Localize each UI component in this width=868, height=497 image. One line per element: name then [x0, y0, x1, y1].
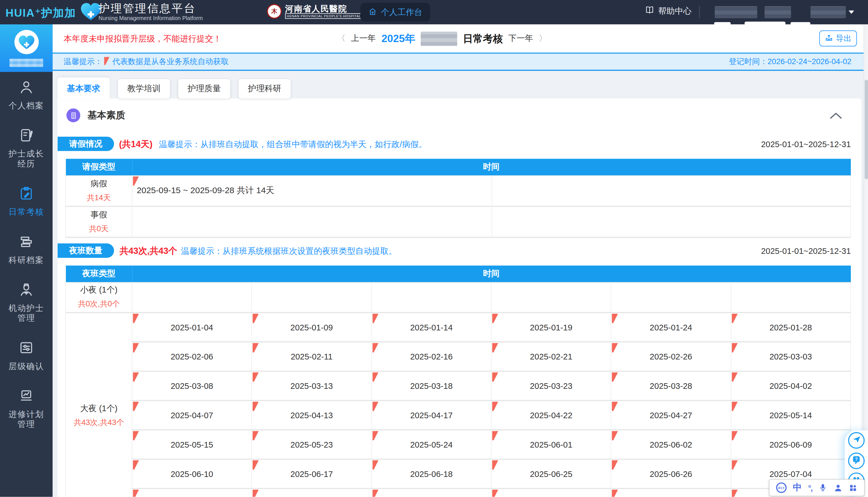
auto-data-flag-icon — [612, 460, 618, 470]
night-date-cell — [132, 488, 252, 497]
next-arrow-icon[interactable]: 〉 — [539, 33, 547, 44]
scrollbar-thumb[interactable] — [865, 80, 868, 179]
header-divider — [699, 6, 700, 18]
leave-type-cell: 事假共0天 — [66, 207, 132, 238]
night-date-cell: 2025-06-25 — [491, 459, 611, 488]
night-date-cell: 2025-06-17 — [252, 459, 372, 488]
ime-panel-grid-icon[interactable] — [849, 483, 857, 492]
tab-teaching[interactable]: 教学培训 — [118, 79, 170, 99]
help-center-button[interactable]: 帮助中心 — [645, 6, 691, 17]
auto-data-flag-icon — [373, 489, 379, 497]
prev-arrow-icon[interactable]: 〈 — [337, 33, 345, 44]
personal-workbench-button[interactable]: 个人工作台 — [360, 3, 430, 22]
auto-data-flag-icon — [253, 401, 259, 411]
auto-data-flag-icon — [373, 372, 379, 382]
clipboard-pencil-icon — [19, 186, 34, 203]
ime-chinese-mode[interactable]: 中 — [793, 482, 802, 493]
hospital-name: 河南省人民醫院 — [285, 4, 363, 13]
night-minor-row: 小夜 (1个)共0次,共0个 — [66, 282, 851, 313]
ime-microphone-icon[interactable] — [819, 483, 827, 492]
auto-data-flag-icon — [492, 314, 499, 323]
leave-col-type: 请假类型 — [66, 159, 132, 175]
night-date-cell: 2025-01-24 — [611, 313, 731, 342]
document-icon — [66, 109, 80, 122]
auto-data-flag-icon — [133, 314, 139, 323]
flag-legend-icon — [104, 57, 110, 65]
tab-quality[interactable]: 护理质量 — [178, 79, 230, 99]
night-date-cell: 2025-05-23 — [252, 430, 372, 459]
auto-data-flag-icon — [731, 489, 738, 497]
brand: HUIA⁺护加加 — [6, 2, 102, 23]
night-range: 2025-01-01~2025-12-31 — [761, 246, 851, 256]
auto-data-flag-icon — [492, 343, 499, 352]
night-date-cell: 2025-06-01 — [491, 430, 611, 459]
night-tip: 温馨提示：从排班系统根据班次设置的夜班类型自动提取。 — [181, 246, 397, 257]
night-date-cell: 2025-02-21 — [491, 342, 611, 371]
floating-send-button[interactable] — [848, 432, 865, 449]
floating-help-button[interactable]: ? — [848, 453, 865, 469]
section-header: 基本素质 — [66, 109, 125, 122]
sidebar-item-label: 日常考核 — [5, 207, 48, 217]
auto-data-flag-icon — [373, 401, 379, 411]
night-date-cell: 2025-06-26 — [611, 459, 731, 488]
collapse-chevron-icon[interactable] — [829, 112, 843, 122]
ime-punctuation[interactable]: °, — [808, 483, 812, 492]
leave-tip: 温馨提示：从排班自动提取，组合班中带请假的视为半天，如行政/病假。 — [159, 140, 427, 150]
night-date-cell: 2025-03-03 — [731, 342, 851, 371]
leave-type-cell: 病假共14天 — [66, 175, 132, 207]
auto-data-flag-icon — [731, 460, 738, 470]
sidebar: 个人档案护士成长经历日常考核科研档案机动护士管理层级确认进修计划管理 — [0, 24, 53, 497]
tab-research[interactable]: 护理科研 — [238, 79, 291, 99]
auto-data-flag-icon — [253, 343, 259, 352]
books-icon — [19, 234, 34, 251]
auto-data-flag-icon — [612, 314, 618, 323]
tab-basic-req[interactable]: 基本要求 — [58, 77, 110, 99]
sidebar-item-level-confirm[interactable]: 层级确认 — [5, 340, 48, 371]
sidebar-item-daily-assessment[interactable]: 日常考核 — [5, 186, 48, 217]
sidebar-item-research-archive[interactable]: 科研档案 — [5, 234, 48, 265]
night-date-cell — [491, 488, 611, 497]
export-button[interactable]: 导出 — [820, 30, 857, 46]
user-menu-caret-icon[interactable] — [849, 11, 854, 14]
sidebar-item-label: 层级确认 — [5, 361, 48, 371]
user-name-redacted[interactable] — [810, 6, 846, 18]
scrollbar-track[interactable] — [864, 24, 868, 497]
next-year-button[interactable]: 下一年 — [508, 33, 533, 44]
hospital-name-en: HENAN PROVINCIAL PEOPLE'S HOSPITAL — [285, 13, 363, 19]
auto-data-flag-icon — [731, 431, 738, 440]
laptop-chart-icon — [19, 388, 34, 406]
auto-data-flag-icon — [731, 372, 738, 382]
input-method-toolbar: iFLY中°, — [769, 479, 865, 496]
night-date-cell — [252, 488, 372, 497]
leave-empty-cell — [492, 207, 851, 238]
auto-data-flag-icon — [731, 314, 738, 323]
ime-user-icon[interactable] — [834, 483, 842, 492]
auto-data-flag-icon — [492, 401, 499, 411]
section-title: 基本素质 — [88, 109, 125, 122]
prev-year-button[interactable]: 上一年 — [351, 33, 376, 44]
sidebar-item-training-plan[interactable]: 进修计划管理 — [5, 388, 48, 429]
sidebar-item-personal-archive[interactable]: 个人档案 — [5, 80, 48, 111]
auto-data-flag-icon — [612, 401, 618, 411]
content-panel: 基本素质 请假情况 (共14天) 温馨提示：从排班自动提取，组合班中带请假的视为… — [58, 99, 862, 497]
person-name-redacted — [421, 31, 458, 46]
hospital-brand: 木 河南省人民醫院 HENAN PROVINCIAL PEOPLE'S HOSP… — [267, 4, 363, 19]
auto-data-flag-icon — [133, 372, 139, 382]
sidebar-item-label: 进修计划管理 — [5, 410, 48, 429]
auto-data-flag-icon — [133, 431, 139, 440]
sidebar-item-mobile-nurse[interactable]: 机动护士管理 — [5, 282, 48, 323]
sidebar-item-nurse-growth[interactable]: 护士成长经历 — [5, 128, 48, 169]
night-date-cell: 2025-06-09 — [731, 430, 851, 459]
leave-total: (共14天) — [119, 139, 152, 151]
sidebar-item-label: 科研档案 — [5, 255, 48, 265]
night-major-row: 2025-02-062025-02-112025-02-162025-02-21… — [66, 342, 851, 371]
sidebar-menu: 个人档案护士成长经历日常考核科研档案机动护士管理层级确认进修计划管理 — [0, 80, 53, 446]
app-header: HUIA⁺护加加 护理管理信息平台 Nursing Management Inf… — [0, 0, 868, 24]
ime-ifly-logo[interactable]: iFLY — [776, 482, 786, 493]
night-date-cell: 2025-04-17 — [372, 400, 491, 430]
export-icon — [825, 33, 833, 43]
night-type-cell: 小夜 (1个)共0次,共0个 — [66, 282, 132, 313]
night-date-cell: 2025-02-11 — [252, 342, 372, 371]
auto-data-flag-icon — [492, 372, 499, 382]
auto-data-flag-icon — [492, 431, 499, 440]
